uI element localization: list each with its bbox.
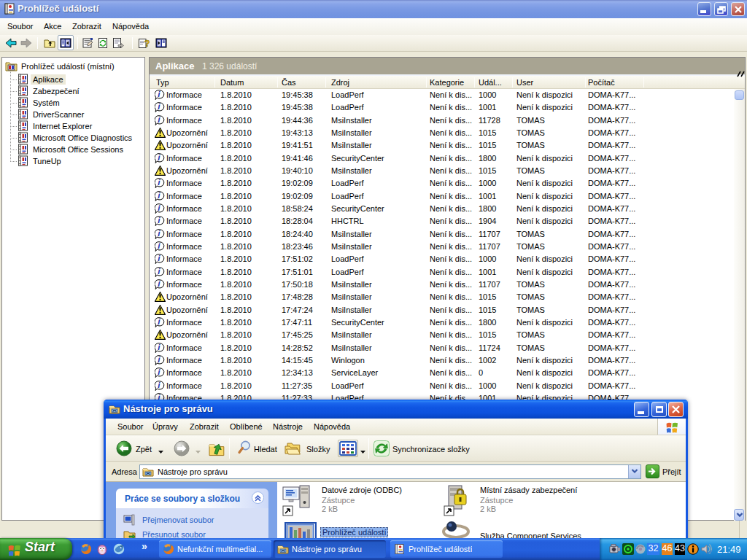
svg-text:?: ?: [144, 39, 150, 49]
